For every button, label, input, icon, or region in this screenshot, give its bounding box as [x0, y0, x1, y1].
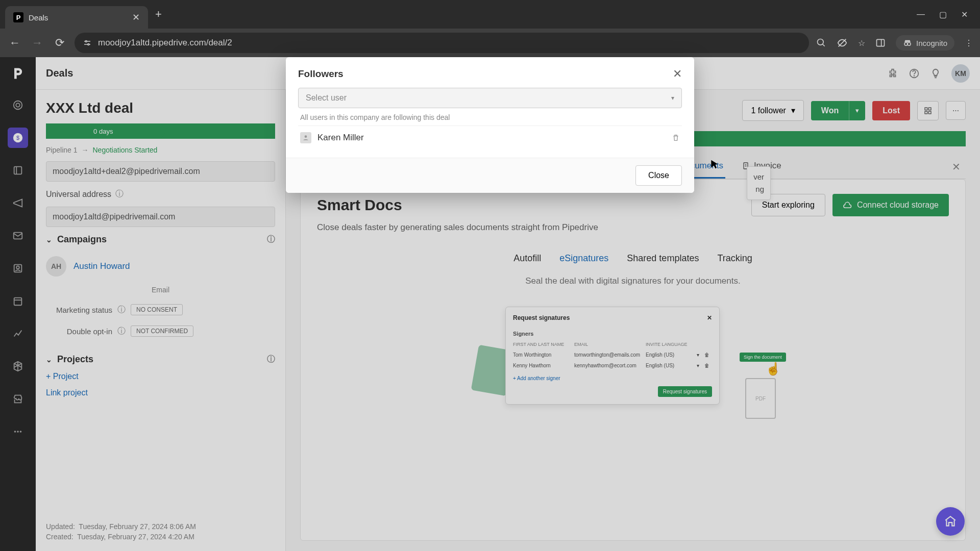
close-window-icon[interactable]: ✕: [961, 10, 968, 19]
svg-point-3: [88, 44, 89, 45]
incognito-badge[interactable]: Incognito: [896, 35, 954, 51]
follower-row: Karen Miller: [298, 126, 682, 149]
svg-point-9: [904, 42, 908, 45]
select-user-dropdown[interactable]: Select user ▾: [298, 88, 682, 108]
mouse-cursor: [709, 159, 720, 169]
tab-title: Deals: [29, 13, 127, 22]
chevron-down-icon: ▾: [671, 94, 674, 102]
svg-line-5: [823, 44, 825, 46]
modal-title: Followers: [298, 68, 344, 80]
select-placeholder: Select user: [306, 93, 347, 103]
browser-tab-strip: P Deals ✕ + — ▢ ✕: [0, 0, 980, 29]
forward-button: →: [30, 36, 45, 49]
modal-close-button[interactable]: ✕: [673, 67, 682, 81]
svg-point-4: [818, 39, 824, 45]
url-bar[interactable]: moodjoy1altd.pipedrive.com/deal/2: [75, 33, 809, 53]
tab-close-icon[interactable]: ✕: [132, 12, 140, 23]
browser-toolbar: ← → ⟳ moodjoy1altd.pipedrive.com/deal/2 …: [0, 29, 980, 57]
followers-modal: Followers ✕ Select user ▾ All users in t…: [286, 57, 694, 193]
incognito-label: Incognito: [916, 39, 947, 47]
bookmark-star-icon[interactable]: ☆: [858, 38, 865, 48]
person-icon: [300, 132, 311, 143]
tab-favicon: P: [13, 12, 23, 22]
url-text: moodjoy1altd.pipedrive.com/deal/2: [98, 38, 232, 48]
new-tab-button[interactable]: +: [155, 8, 162, 21]
browser-menu-icon[interactable]: ⋮: [965, 38, 973, 48]
search-icon[interactable]: [816, 38, 826, 48]
site-settings-icon[interactable]: [83, 38, 92, 47]
close-button[interactable]: Close: [635, 165, 682, 186]
window-controls: — ▢ ✕: [917, 10, 980, 19]
svg-point-41: [305, 135, 307, 138]
follower-name: Karen Miller: [317, 133, 666, 143]
svg-point-2: [85, 41, 87, 42]
svg-point-10: [908, 42, 911, 45]
app-root: $ Deals KM XXX Ltd deal: [0, 57, 980, 551]
modal-hint: All users in this company are following …: [300, 113, 680, 121]
reload-button[interactable]: ⟳: [52, 36, 67, 49]
side-panel-icon[interactable]: [875, 38, 886, 48]
maximize-icon[interactable]: ▢: [939, 10, 947, 19]
back-button[interactable]: ←: [7, 36, 22, 49]
delete-follower-icon[interactable]: [672, 134, 680, 142]
minimize-icon[interactable]: —: [917, 10, 925, 19]
svg-rect-7: [877, 39, 885, 46]
browser-tab[interactable]: P Deals ✕: [5, 6, 148, 29]
eye-off-icon[interactable]: [837, 37, 848, 48]
